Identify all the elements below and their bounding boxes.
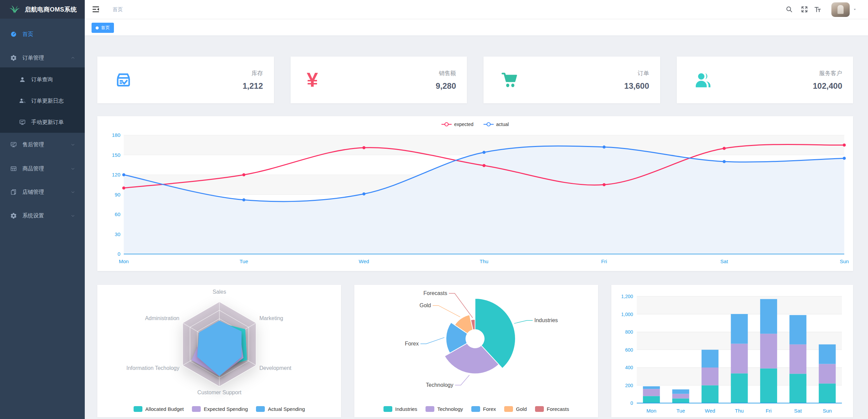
svg-text:600: 600 xyxy=(625,347,633,353)
legend-marker-icon xyxy=(484,122,494,127)
sidebar-item-0[interactable]: 首页 xyxy=(0,24,85,45)
sidebar-item-5[interactable]: 系统设置 xyxy=(0,205,85,226)
active-tab-dot-icon xyxy=(96,26,99,29)
legend-item-gold[interactable]: Gold xyxy=(504,406,527,412)
sidebar-subitem-1-2[interactable]: 手动更新订单 xyxy=(0,112,85,133)
svg-text:Sat: Sat xyxy=(794,408,802,414)
svg-text:Forecasts: Forecasts xyxy=(423,290,447,296)
stat-card-2: 订单13,600 xyxy=(484,57,660,103)
svg-text:60: 60 xyxy=(115,211,120,217)
stat-label: 订单 xyxy=(624,69,649,77)
svg-text:150: 150 xyxy=(112,152,120,158)
legend-swatch-icon xyxy=(383,406,392,412)
search-icon[interactable] xyxy=(785,5,793,13)
svg-text:Sat: Sat xyxy=(721,258,728,264)
svg-text:1,000: 1,000 xyxy=(621,312,633,317)
category-pie-panel: IndustriesTechnologyForexGoldForecasts I… xyxy=(354,285,598,417)
svg-text:Mon: Mon xyxy=(119,258,129,264)
legend-item-technology[interactable]: Technology xyxy=(426,406,463,412)
svg-text:0: 0 xyxy=(118,251,120,257)
svg-text:200: 200 xyxy=(625,383,633,388)
legend-marker-icon xyxy=(441,122,452,127)
sidebar-item-3[interactable]: 商品管理 xyxy=(0,158,85,179)
svg-text:1,200: 1,200 xyxy=(621,294,633,299)
budget-radar-panel: SalesMarketingDevelopmentCustomer Suppor… xyxy=(97,285,341,417)
stat-value: 1,212 xyxy=(242,81,263,91)
legend-item-forex[interactable]: Forex xyxy=(471,406,496,412)
svg-text:Forex: Forex xyxy=(405,341,419,347)
svg-text:Development: Development xyxy=(259,365,292,371)
svg-text:Administration: Administration xyxy=(145,315,179,321)
user-avatar[interactable] xyxy=(831,2,850,17)
legend-item-industries[interactable]: Industries xyxy=(383,406,417,412)
tags-view-bar: 首页 xyxy=(85,19,868,36)
svg-text:Gold: Gold xyxy=(419,302,431,308)
legend-swatch-icon xyxy=(504,406,513,412)
sidebar-subitem-label: 订单查询 xyxy=(31,76,53,83)
dashboard-icon xyxy=(10,31,17,38)
legend-swatch-icon xyxy=(256,406,265,412)
font-size-icon[interactable] xyxy=(814,5,822,13)
sidebar-item-label: 店铺管理 xyxy=(22,189,44,196)
radar-chart-legend: Allocated BudgetExpected SpendingActual … xyxy=(97,406,341,412)
stat-card-3: 服务客户102,400 xyxy=(677,57,853,103)
sidebar-item-label: 售后管理 xyxy=(22,141,44,148)
monitor-chart-icon xyxy=(10,141,17,148)
svg-text:Fri: Fri xyxy=(601,258,607,264)
top-navbar: 首页 xyxy=(85,0,868,19)
chevron-up-icon xyxy=(71,56,75,60)
sidebar-subitem-1-0[interactable]: 订单查询 xyxy=(0,69,85,90)
line-chart-legend: expectedactual xyxy=(97,122,853,127)
legend-item-forecasts[interactable]: Forecasts xyxy=(535,406,569,412)
sidebar-item-1[interactable]: 订单管理 xyxy=(0,47,85,68)
users-icon xyxy=(19,98,26,104)
legend-swatch-icon xyxy=(192,406,201,412)
chevron-down-icon xyxy=(71,190,75,194)
monitor-chart-icon xyxy=(19,119,26,126)
user-icon xyxy=(19,76,26,83)
line-chart: 0306090120150180MonTueWedThuFriSatSun xyxy=(97,116,853,271)
svg-text:Customer Support: Customer Support xyxy=(197,390,241,395)
sidebar-item-2[interactable]: 售后管理 xyxy=(0,134,85,155)
svg-text:Sun: Sun xyxy=(823,408,832,414)
svg-text:Technology: Technology xyxy=(426,382,453,388)
tab-home[interactable]: 首页 xyxy=(92,23,114,33)
legend-swatch-icon xyxy=(426,406,434,412)
stat-label: 库存 xyxy=(242,69,263,77)
package-icon xyxy=(114,70,133,90)
legend-swatch-icon xyxy=(134,406,142,412)
svg-text:400: 400 xyxy=(625,365,633,370)
svg-text:800: 800 xyxy=(625,329,633,335)
stat-label: 销售额 xyxy=(436,69,456,77)
legend-item-allocated-budget[interactable]: Allocated Budget xyxy=(134,406,184,412)
stacked-bar-chart: 02004006008001,0001,200MonTueWedThuFriSa… xyxy=(611,285,853,417)
sidebar-item-label: 商品管理 xyxy=(22,165,44,172)
svg-text:Sales: Sales xyxy=(213,289,226,295)
svg-text:Marketing: Marketing xyxy=(259,315,283,321)
sidebar-toggle-icon[interactable] xyxy=(92,5,100,14)
breadcrumb: 首页 xyxy=(113,0,123,19)
table-icon xyxy=(10,165,17,172)
app-title: 启航电商OMS系统 xyxy=(25,5,77,14)
fullscreen-icon[interactable] xyxy=(801,5,808,13)
yen-icon: ¥ xyxy=(307,70,327,90)
svg-text:Wed: Wed xyxy=(359,258,369,264)
sidebar-subitem-1-1[interactable]: 订单更新日志 xyxy=(0,90,85,111)
documents-icon xyxy=(10,189,17,195)
sidebar-item-label: 订单管理 xyxy=(22,55,44,62)
caret-down-icon[interactable] xyxy=(853,8,856,11)
sidebar-item-label: 系统设置 xyxy=(22,212,44,219)
legend-item-expected-spending[interactable]: Expected Spending xyxy=(192,406,248,412)
svg-text:Industries: Industries xyxy=(534,317,558,323)
sidebar: 启航电商OMS系统 首页订单管理订单查询订单更新日志手动更新订单售后管理商品管理… xyxy=(0,0,85,419)
sprout-logo-icon xyxy=(9,4,20,15)
svg-text:Information Techology: Information Techology xyxy=(126,365,179,371)
legend-item-actual[interactable]: actual xyxy=(484,122,509,127)
stat-value: 13,600 xyxy=(624,81,649,91)
legend-item-expected[interactable]: expected xyxy=(441,122,473,127)
settings-gear-icon xyxy=(10,212,17,219)
customers-icon xyxy=(693,70,713,90)
sidebar-item-4[interactable]: 店铺管理 xyxy=(0,182,85,203)
app-logo[interactable]: 启航电商OMS系统 xyxy=(0,0,85,19)
legend-item-actual-spending[interactable]: Actual Spending xyxy=(256,406,305,412)
